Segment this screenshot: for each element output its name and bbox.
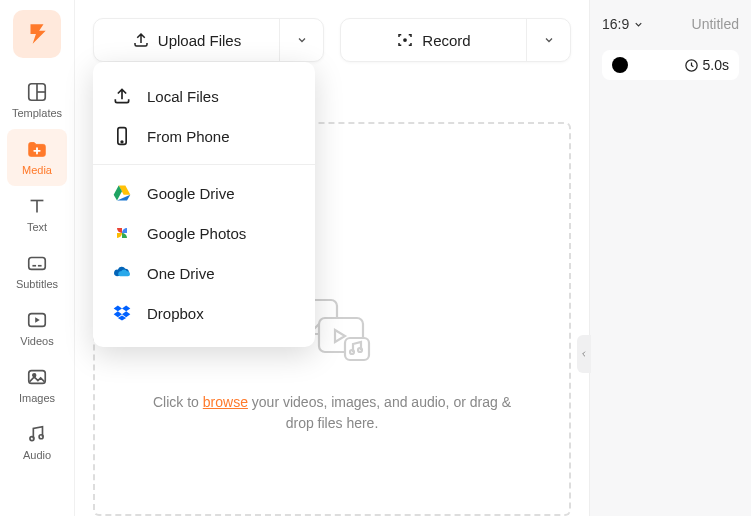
collapse-rightpane-button[interactable]: [577, 335, 591, 373]
upload-label: Upload Files: [158, 32, 241, 49]
media-icon: [25, 137, 49, 161]
menu-separator: [93, 164, 315, 165]
dropzone-text: Click to browse your videos, images, and…: [142, 392, 522, 434]
google-drive-icon: [111, 182, 133, 204]
aspect-ratio-value: 16:9: [602, 16, 629, 32]
menu-label: Dropbox: [147, 305, 204, 322]
menu-onedrive[interactable]: One Drive: [93, 253, 315, 293]
dropbox-icon: [111, 302, 133, 324]
app-logo: [13, 10, 61, 58]
svg-point-11: [30, 437, 34, 441]
record-button[interactable]: Record: [341, 19, 526, 61]
sidebar-item-subtitles[interactable]: Subtitles: [7, 243, 67, 300]
menu-label: From Phone: [147, 128, 230, 145]
svg-rect-5: [29, 258, 46, 270]
sidebar-item-label: Audio: [23, 449, 51, 461]
menu-label: Local Files: [147, 88, 219, 105]
sidebar-item-text[interactable]: Text: [7, 186, 67, 243]
menu-dropbox[interactable]: Dropbox: [93, 293, 315, 333]
upload-files-button[interactable]: Upload Files: [94, 19, 279, 61]
menu-label: Google Photos: [147, 225, 246, 242]
upload-menu: Local Files From Phone Google Drive Goog…: [93, 62, 315, 347]
sidebar-item-label: Media: [22, 164, 52, 176]
svg-point-12: [39, 435, 43, 439]
record-icon: [396, 31, 414, 49]
videos-icon: [25, 308, 49, 332]
onedrive-icon: [111, 262, 133, 284]
sidebar-item-label: Subtitles: [16, 278, 58, 290]
chevron-down-icon: [543, 34, 555, 46]
sidebar-item-label: Templates: [12, 107, 62, 119]
record-label: Record: [422, 32, 470, 49]
sidebar-item-images[interactable]: Images: [7, 357, 67, 414]
main-panel: Upload Files Record: [75, 0, 589, 516]
sidebar-item-label: Images: [19, 392, 55, 404]
chevron-down-icon: [633, 19, 644, 30]
project-title[interactable]: Untitled: [692, 16, 739, 32]
upload-dropdown-button[interactable]: [279, 19, 323, 61]
subtitles-icon: [25, 251, 49, 275]
clip-color-dot: [612, 57, 628, 73]
right-panel: 16:9 Untitled 5.0s: [589, 0, 751, 516]
menu-label: Google Drive: [147, 185, 235, 202]
upload-icon: [132, 31, 150, 49]
svg-point-21: [121, 141, 123, 143]
sidebar-item-media[interactable]: Media: [7, 129, 67, 186]
sidebar-item-label: Text: [27, 221, 47, 233]
menu-google-photos[interactable]: Google Photos: [93, 213, 315, 253]
templates-icon: [25, 80, 49, 104]
clock-icon: [684, 58, 699, 73]
aspect-ratio-selector[interactable]: 16:9: [602, 16, 644, 32]
timeline-clip[interactable]: 5.0s: [602, 50, 739, 80]
audio-icon: [25, 422, 49, 446]
sidebar-item-audio[interactable]: Audio: [7, 414, 67, 471]
record-dropdown-button[interactable]: [526, 19, 570, 61]
phone-icon: [111, 125, 133, 147]
clip-duration: 5.0s: [684, 57, 729, 73]
duration-value: 5.0s: [703, 57, 729, 73]
browse-link[interactable]: browse: [203, 394, 248, 410]
svg-rect-9: [29, 371, 46, 384]
sidebar: Templates Media Text Subtitles Videos Im…: [0, 0, 75, 516]
text-icon: [25, 194, 49, 218]
menu-google-drive[interactable]: Google Drive: [93, 173, 315, 213]
svg-rect-17: [345, 338, 369, 360]
images-icon: [25, 365, 49, 389]
sidebar-item-label: Videos: [20, 335, 53, 347]
upload-icon: [111, 85, 133, 107]
google-photos-icon: [111, 222, 133, 244]
menu-from-phone[interactable]: From Phone: [93, 116, 315, 156]
logo-icon: [24, 21, 50, 47]
chevron-left-icon: [580, 349, 588, 359]
menu-local-files[interactable]: Local Files: [93, 76, 315, 116]
record-button-group: Record: [340, 18, 571, 62]
sidebar-item-videos[interactable]: Videos: [7, 300, 67, 357]
right-header: 16:9 Untitled: [602, 16, 739, 32]
upload-button-group: Upload Files: [93, 18, 324, 62]
chevron-down-icon: [296, 34, 308, 46]
menu-label: One Drive: [147, 265, 215, 282]
sidebar-item-templates[interactable]: Templates: [7, 72, 67, 129]
toolbar: Upload Files Record: [93, 18, 571, 62]
svg-point-13: [403, 38, 407, 42]
